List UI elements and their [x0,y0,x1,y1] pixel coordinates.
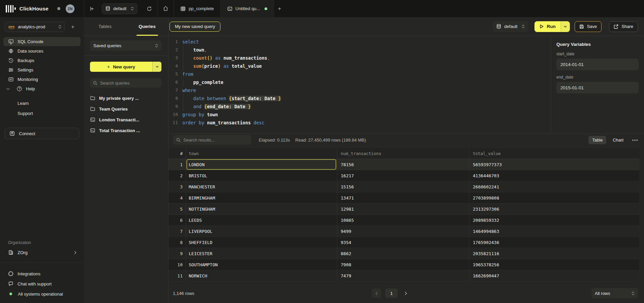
collapse-sidebar-button[interactable] [87,4,97,14]
cell-num-transactions[interactable]: 8862 [337,248,469,259]
sidebar-item-system-status[interactable]: All systems operational [0,289,84,299]
cell-num-transactions[interactable]: 16217 [337,170,469,181]
table-row[interactable]: 7LIVERPOOL94991464994863 [168,226,639,237]
sidebar-item-data-sources[interactable]: Data sources [3,47,81,56]
saved-queries-filter[interactable]: Saved queries [90,40,161,51]
cell-total-value[interactable]: 2703899808 [469,192,639,203]
topbar-database-selector[interactable]: default [102,3,137,14]
tab-untitled-query[interactable]: Untitled qu... [221,0,274,17]
table-row[interactable]: 4BIRMINGHAM134712703899808 [168,192,639,204]
cell-total-value[interactable]: 4136446703 [469,170,639,181]
cell-total-value[interactable]: 2313297306 [469,204,639,214]
cell-total-value[interactable]: 1765902436 [469,237,639,248]
search-results-box[interactable] [173,135,251,145]
cell-num-transactions[interactable]: 9354 [337,237,469,248]
page-size-selector[interactable]: All rows [591,288,638,298]
cell-num-transactions[interactable]: 12981 [337,204,469,214]
column-header-total-value[interactable]: total_value [469,148,639,159]
table-row[interactable]: 8SHEFFIELD93541765902436 [168,237,639,248]
table-row[interactable]: 5NOTTINGHAM129812313297306 [168,204,639,215]
sidebar-item-settings[interactable]: Settings [3,65,81,74]
column-header-index[interactable]: # [168,151,186,156]
sidebar-item-help[interactable]: Help [3,84,81,93]
home-button[interactable] [160,4,171,14]
end-date-input[interactable] [556,82,639,93]
saved-query-item[interactable]: Team Queries [84,103,168,114]
table-row[interactable]: 10SOUTHAMPTON79081965378256 [168,259,639,270]
more-options-button[interactable]: ••• [632,137,638,143]
cell-town[interactable]: LEICESTER [186,248,337,259]
column-header-town[interactable]: town [186,148,337,159]
cell-num-transactions[interactable]: 13471 [337,192,469,203]
connect-button[interactable]: Connect [5,128,79,139]
cell-town[interactable]: LIVERPOOL [186,226,337,237]
sidebar-item-learn[interactable]: Learn [0,98,84,108]
avatar[interactable]: ZN [66,4,74,13]
current-page[interactable]: 1 [385,289,398,298]
search-queries-input[interactable] [100,81,158,86]
refresh-button[interactable] [144,4,154,14]
cell-num-transactions[interactable]: 7908 [337,259,469,270]
tab-queries[interactable]: Queries [126,17,168,36]
tab-pp-complete[interactable]: pp_complete [174,0,220,17]
cell-num-transactions[interactable]: 78156 [337,159,469,170]
cell-num-transactions[interactable]: 10865 [337,215,469,225]
cell-town[interactable]: BRISTOL [186,170,337,181]
cell-total-value[interactable]: 2035821116 [469,248,639,259]
tab-tables[interactable]: Tables [84,17,126,36]
cell-town[interactable]: LEEDS [186,215,337,225]
cell-total-value[interactable]: 56593977373 [469,159,639,170]
workspace-selector[interactable]: aws analytics-prod [5,22,65,32]
sidebar-item-monitoring[interactable]: Monitoring [3,75,81,84]
cell-total-value[interactable]: 2660602241 [469,181,639,192]
sidebar-item-integrations[interactable]: Integrations [0,269,84,279]
run-options-button[interactable] [561,21,570,32]
search-queries-box[interactable] [90,78,161,88]
sidebar-item-backups[interactable]: Backups [3,56,81,65]
cell-town[interactable]: NORWICH [186,270,337,281]
share-button[interactable]: Share [609,21,638,32]
code-editor[interactable]: 1select2 town,3 count() as num_transacti… [168,36,551,133]
cell-town[interactable]: LONDON [186,159,337,170]
new-tab-button[interactable]: + [274,0,285,17]
sidebar-item-support[interactable]: Support [0,108,84,118]
cell-total-value[interactable]: 2089859332 [469,215,639,225]
table-row[interactable]: 6LEEDS108652089859332 [168,215,639,226]
table-row[interactable]: 1LONDON7815656593977373 [168,159,639,170]
table-row[interactable]: 3MANCHESTER151562660602241 [168,181,639,192]
search-results-input[interactable] [183,138,248,143]
cell-town[interactable]: SHEFFIELD [186,237,337,248]
view-table-button[interactable]: Table [588,136,606,144]
cell-num-transactions[interactable]: 15156 [337,181,469,192]
column-header-num-transactions[interactable]: num_transactions [337,148,469,159]
saved-query-tab[interactable]: My new saved query [170,22,220,32]
saved-query-item[interactable]: My private query ... [84,93,168,103]
start-date-input[interactable] [556,59,639,70]
cell-total-value[interactable]: 1464994863 [469,226,639,237]
view-chart-button[interactable]: Chart [609,136,627,144]
cell-town[interactable]: SOUTHAMPTON [186,259,337,270]
table-row[interactable]: 9LEICESTER88622035821116 [168,248,639,259]
cell-total-value[interactable]: 1662690447 [469,270,639,281]
cell-town[interactable]: MANCHESTER [186,181,337,192]
next-page-button[interactable] [402,289,410,298]
run-button[interactable]: Run [534,21,560,32]
cell-town[interactable]: NOTTINGHAM [186,204,337,214]
saved-query-item[interactable]: London Transacti... [84,114,168,125]
sidebar-item-sql-console[interactable]: SQL Console [3,37,81,46]
cell-total-value[interactable]: 1965378256 [469,259,639,270]
table-row[interactable]: 11NORWICH74791662690447 [168,270,639,281]
saved-query-item[interactable]: Total Transaction ... [84,125,168,136]
save-button[interactable]: Save [575,21,602,32]
table-row[interactable]: 2BRISTOL162174136446703 [168,170,639,181]
sidebar-item-chat-support[interactable]: Chat with support [0,279,84,289]
cell-num-transactions[interactable]: 9499 [337,226,469,237]
add-service-button[interactable]: + [69,24,76,30]
editor-database-selector[interactable]: default [493,21,528,32]
cell-town[interactable]: BIRMINGHAM [186,192,337,203]
cell-num-transactions[interactable]: 7479 [337,270,469,281]
organization-selector[interactable]: ZOrg [3,247,81,258]
new-query-dropdown-button[interactable] [152,62,161,72]
prev-page-button[interactable] [372,289,381,298]
new-query-button[interactable]: + New query [90,62,152,72]
